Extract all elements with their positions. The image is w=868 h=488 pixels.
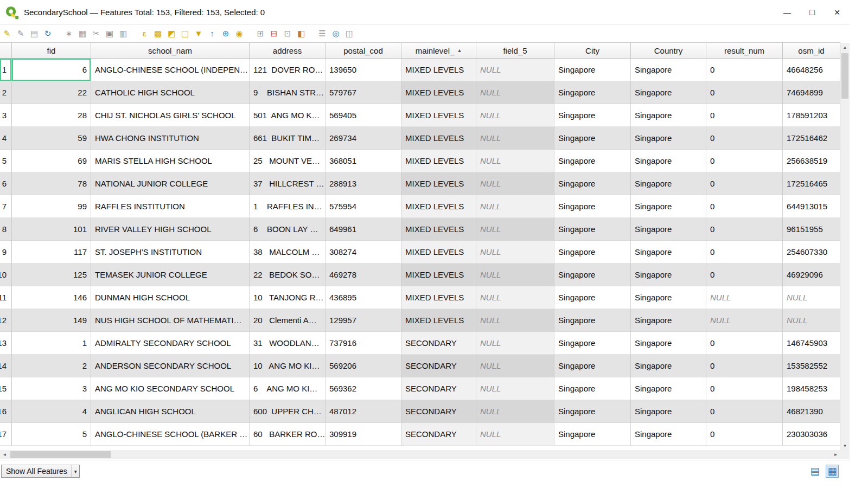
cell-postal_cod[interactable]: 139650 xyxy=(326,59,401,81)
form-view-button[interactable]: ▤ xyxy=(808,465,821,478)
cell-osm_id[interactable]: 172516462 xyxy=(783,127,840,150)
row-number[interactable]: 12 xyxy=(0,309,12,332)
cell-mainlevel_[interactable]: MIXED LEVELS xyxy=(401,195,476,218)
cell-school_nam[interactable]: ANGLICAN HIGH SCHOOL xyxy=(91,400,250,423)
cell-City[interactable]: Singapore xyxy=(554,127,631,150)
cell-Country[interactable]: Singapore xyxy=(631,195,706,218)
cell-City[interactable]: Singapore xyxy=(554,218,631,241)
row-number[interactable]: 5 xyxy=(0,150,12,172)
cell-mainlevel_[interactable]: MIXED LEVELS xyxy=(401,286,476,309)
cell-fid[interactable]: 3 xyxy=(12,377,91,400)
select-by-expression-icon[interactable]: ε xyxy=(139,28,150,39)
cell-field_5[interactable]: NULL xyxy=(476,355,554,377)
cell-Country[interactable]: Singapore xyxy=(631,264,706,286)
cell-osm_id[interactable]: 46821390 xyxy=(783,400,840,423)
cell-school_nam[interactable]: NATIONAL JUNIOR COLLEGE xyxy=(91,172,250,195)
cell-result_num[interactable]: NULL xyxy=(706,286,783,309)
cell-fid[interactable]: 149 xyxy=(12,309,91,332)
cell-mainlevel_[interactable]: MIXED LEVELS xyxy=(401,81,476,104)
cell-postal_cod[interactable]: 129957 xyxy=(326,309,401,332)
row-number[interactable]: 13 xyxy=(0,332,12,355)
cell-address[interactable]: 25 MOUNT VE… xyxy=(250,150,326,172)
cell-result_num[interactable]: 0 xyxy=(706,355,783,377)
cell-fid[interactable]: 22 xyxy=(12,81,91,104)
row-number[interactable]: 2 xyxy=(0,81,12,104)
cell-Country[interactable]: Singapore xyxy=(631,172,706,195)
column-header-address[interactable]: address xyxy=(250,43,326,58)
cell-address[interactable]: 121 DOVER RO… xyxy=(250,59,326,81)
column-header-result_num[interactable]: result_num xyxy=(706,43,783,58)
row-number[interactable]: 4 xyxy=(0,127,12,150)
row-number[interactable]: 9 xyxy=(0,241,12,264)
cell-address[interactable]: 60 BARKER RO… xyxy=(250,423,326,446)
cell-postal_cod[interactable]: 575954 xyxy=(326,195,401,218)
cell-field_5[interactable]: NULL xyxy=(476,286,554,309)
row-number[interactable]: 17 xyxy=(0,423,12,446)
cell-City[interactable]: Singapore xyxy=(554,150,631,172)
select-all-icon[interactable]: ▩ xyxy=(152,28,163,39)
cell-Country[interactable]: Singapore xyxy=(631,400,706,423)
cell-Country[interactable]: Singapore xyxy=(631,218,706,241)
cell-mainlevel_[interactable]: MIXED LEVELS xyxy=(401,172,476,195)
cell-field_5[interactable]: NULL xyxy=(476,377,554,400)
close-button[interactable]: ✕ xyxy=(825,0,850,24)
cell-City[interactable]: Singapore xyxy=(554,286,631,309)
multi-edit-icon[interactable]: ✎ xyxy=(15,28,26,39)
cell-Country[interactable]: Singapore xyxy=(631,423,706,446)
cell-osm_id[interactable]: 256638519 xyxy=(783,150,840,172)
row-number[interactable]: 11 xyxy=(0,286,12,309)
cell-school_nam[interactable]: CATHOLIC HIGH SCHOOL xyxy=(91,81,250,104)
deselect-all-icon[interactable]: ▢ xyxy=(180,28,190,39)
row-number[interactable]: 1 xyxy=(0,59,12,81)
cell-osm_id[interactable]: 230303036 xyxy=(783,423,840,446)
cell-Country[interactable]: Singapore xyxy=(631,286,706,309)
maximize-button[interactable]: □ xyxy=(800,0,825,24)
cell-school_nam[interactable]: RAFFLES INSTITUTION xyxy=(91,195,250,218)
cell-field_5[interactable]: NULL xyxy=(476,400,554,423)
cell-address[interactable]: 9 BISHAN STR… xyxy=(250,81,326,104)
cell-postal_cod[interactable]: 649961 xyxy=(326,218,401,241)
row-number[interactable]: 3 xyxy=(0,104,12,127)
cell-osm_id[interactable]: NULL xyxy=(783,309,840,332)
cell-fid[interactable]: 6 xyxy=(12,59,91,81)
cell-postal_cod[interactable]: 487012 xyxy=(326,400,401,423)
pan-to-selected-icon[interactable]: ⊕ xyxy=(220,28,231,39)
cut-icon[interactable]: ✂ xyxy=(91,28,101,39)
minimize-button[interactable]: — xyxy=(775,0,800,24)
cell-field_5[interactable]: NULL xyxy=(476,309,554,332)
cell-osm_id[interactable]: NULL xyxy=(783,286,840,309)
column-header-City[interactable]: City xyxy=(554,43,631,58)
cell-mainlevel_[interactable]: SECONDARY xyxy=(401,400,476,423)
cell-result_num[interactable]: NULL xyxy=(706,309,783,332)
cell-City[interactable]: Singapore xyxy=(554,104,631,127)
cell-osm_id[interactable]: 254607330 xyxy=(783,241,840,264)
cell-Country[interactable]: Singapore xyxy=(631,332,706,355)
cell-osm_id[interactable]: 644913015 xyxy=(783,195,840,218)
actions-icon[interactable]: ☰ xyxy=(317,28,328,39)
cell-result_num[interactable]: 0 xyxy=(706,172,783,195)
cell-address[interactable]: 10 TANJONG R… xyxy=(250,286,326,309)
cell-school_nam[interactable]: ANG MO KIO SECONDARY SCHOOL xyxy=(91,377,250,400)
paste-icon[interactable]: ▥ xyxy=(118,28,129,39)
cell-mainlevel_[interactable]: MIXED LEVELS xyxy=(401,127,476,150)
column-header-school_nam[interactable]: school_nam xyxy=(91,43,250,58)
cell-City[interactable]: Singapore xyxy=(554,377,631,400)
delete-selected-icon[interactable]: ▦ xyxy=(77,28,88,39)
row-number[interactable]: 16 xyxy=(0,400,12,423)
cell-address[interactable]: 20 Clementi A… xyxy=(250,309,326,332)
cell-fid[interactable]: 69 xyxy=(12,150,91,172)
cell-result_num[interactable]: 0 xyxy=(706,218,783,241)
cell-field_5[interactable]: NULL xyxy=(476,423,554,446)
cell-address[interactable]: 31 WOODLAN… xyxy=(250,332,326,355)
save-edits-icon[interactable]: ▤ xyxy=(29,28,40,39)
cell-school_nam[interactable]: ANGLO-CHINESE SCHOOL (INDEPEN… xyxy=(91,59,250,81)
row-number[interactable]: 7 xyxy=(0,195,12,218)
delete-field-icon[interactable]: ⊟ xyxy=(269,28,279,39)
horizontal-scrollbar[interactable]: ◄ ► xyxy=(0,450,840,459)
cell-mainlevel_[interactable]: SECONDARY xyxy=(401,423,476,446)
cell-postal_cod[interactable]: 569206 xyxy=(326,355,401,377)
cell-Country[interactable]: Singapore xyxy=(631,355,706,377)
cell-school_nam[interactable]: ANDERSON SECONDARY SCHOOL xyxy=(91,355,250,377)
cell-mainlevel_[interactable]: MIXED LEVELS xyxy=(401,309,476,332)
cell-school_nam[interactable]: NUS HIGH SCHOOL OF MATHEMATI… xyxy=(91,309,250,332)
